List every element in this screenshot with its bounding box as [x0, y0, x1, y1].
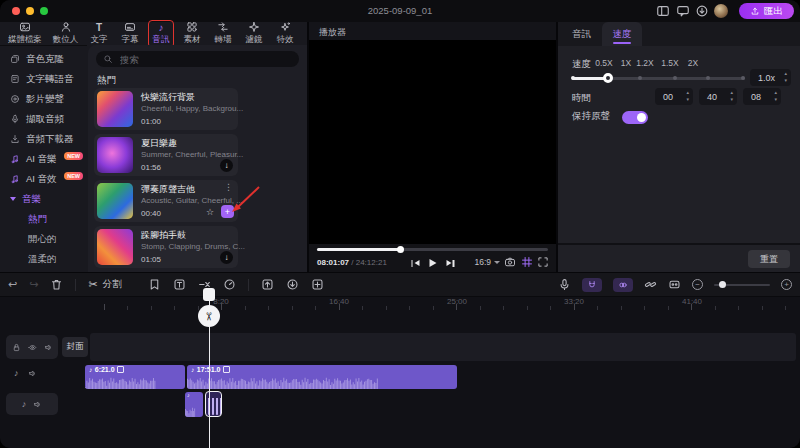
audio-clip[interactable]: ♪6:21.0 — [85, 365, 185, 389]
progress-handle[interactable] — [397, 246, 404, 253]
tab-effects[interactable]: 特效 — [274, 22, 296, 46]
search-input[interactable] — [118, 53, 272, 66]
sidebar-item-gentle[interactable]: 溫柔的 — [0, 249, 87, 269]
time-seconds-stepper[interactable]: 40 ▴▾ — [699, 88, 737, 105]
import-icon[interactable] — [286, 278, 299, 291]
time-minutes-stepper[interactable]: 00 ▴▾ — [655, 88, 693, 105]
download-status-icon[interactable] — [695, 4, 709, 18]
marker-icon[interactable] — [148, 278, 161, 291]
music-card[interactable]: 彈奏原聲吉他 Acoustic, Guitar, Cheerful, ... 0… — [94, 180, 238, 222]
add-text-icon[interactable] — [173, 278, 186, 291]
eye-icon[interactable] — [28, 343, 37, 352]
music-card[interactable]: 跺腳拍手鼓 Stomp, Clapping, Drums, C... 01:05… — [94, 226, 238, 268]
sidebar-item-voice-changer[interactable]: 影片變聲 — [0, 89, 87, 109]
speed-slider-handle[interactable] — [603, 73, 613, 83]
tab-subtitle[interactable]: 字幕 — [119, 22, 141, 46]
layout-icon[interactable] — [656, 4, 670, 18]
time-frames-stepper[interactable]: 08 ▴▾ — [743, 88, 781, 105]
sidebar-item-voice-clone[interactable]: 音色克隆 — [0, 49, 87, 69]
download-button[interactable]: ↓ — [220, 251, 233, 264]
speed-mark[interactable]: 1X — [621, 58, 631, 68]
speed-mark[interactable]: 0.5X — [595, 58, 613, 68]
tab-digital-human[interactable]: 數位人 — [52, 22, 79, 46]
lock-icon[interactable] — [12, 343, 21, 352]
sidebar-item-happy[interactable]: 開心的 — [0, 229, 87, 249]
sidebar-item-extract-audio[interactable]: 擷取音頻 — [0, 109, 87, 129]
video-viewport[interactable] — [309, 40, 556, 244]
download-button[interactable]: ↓ — [220, 159, 233, 172]
delete-icon[interactable] — [50, 278, 63, 291]
more-options-icon[interactable]: ⋮ — [224, 182, 233, 192]
export-button[interactable]: 匯出 — [739, 3, 794, 19]
stepper-arrows[interactable]: ▴▾ — [784, 70, 787, 84]
add-track-icon[interactable] — [311, 278, 324, 291]
next-frame-button[interactable] — [446, 260, 454, 267]
tab-elements[interactable]: 素材 — [181, 22, 203, 46]
sidebar-item-text-to-speech[interactable]: 文字轉語音 — [0, 69, 87, 89]
previous-frame-button[interactable] — [411, 260, 419, 267]
aspect-ratio-dropdown[interactable]: 16:9 — [474, 257, 500, 267]
audio-clip[interactable]: ♪17:51.0 — [187, 365, 457, 389]
keyframe-icon[interactable] — [668, 278, 681, 291]
tab-media[interactable]: 媒體檔案 — [7, 22, 43, 46]
sound-effect-clip[interactable]: ♪ — [185, 392, 203, 417]
stepper-arrows[interactable]: ▴▾ — [730, 89, 733, 103]
speed-mark[interactable]: 1.2X — [636, 58, 654, 68]
sidebar-item-hot[interactable]: 熱門 — [0, 209, 87, 229]
sidebar-item-ai-sfx[interactable]: AI 音效 NEW — [0, 169, 87, 189]
speed-mark[interactable]: 2X — [688, 58, 698, 68]
safe-zone-grid-icon[interactable] — [521, 256, 533, 268]
fullscreen-icon[interactable] — [537, 256, 549, 268]
reset-button[interactable]: 重置 — [748, 250, 790, 268]
zoom-out-button[interactable]: − — [692, 279, 703, 290]
transition-icon — [217, 21, 229, 33]
zoom-slider-handle[interactable] — [719, 281, 726, 288]
tab-transition[interactable]: 轉場 — [212, 22, 234, 46]
avatar[interactable] — [714, 4, 728, 18]
cover-button[interactable]: 封面 — [62, 337, 88, 357]
sidebar-item-audio-downloader[interactable]: 音頻下載器 — [0, 129, 87, 149]
add-to-timeline-button[interactable]: + — [221, 205, 234, 218]
auto-ripple-toggle-button[interactable] — [613, 278, 633, 292]
music-card[interactable]: 快樂流行背景 Cheerful, Happy, Backgrou... 01:0… — [94, 88, 238, 130]
tab-filter[interactable]: 濾鏡 — [243, 22, 265, 46]
sidebar-item-ai-music[interactable]: AI 音樂 NEW — [0, 149, 87, 169]
speed-value-stepper[interactable]: 1.0x ▴▾ — [750, 69, 791, 86]
tab-audio[interactable]: ♪ 音訊 — [150, 22, 172, 46]
tab-speed[interactable]: 速度 — [602, 22, 642, 46]
tab-audio-properties[interactable]: 音訊 — [572, 28, 591, 41]
link-clips-icon[interactable] — [644, 278, 657, 291]
sidebar-label: AI 音效 — [26, 173, 57, 186]
split-label[interactable]: 分割 — [103, 278, 122, 291]
snap-toggle-button[interactable] — [582, 278, 602, 292]
stepper-arrows[interactable]: ▴▾ — [686, 89, 689, 103]
tab-text[interactable]: T 文字 — [88, 22, 110, 46]
timeline-zoom-slider[interactable] — [714, 284, 770, 286]
speaker-icon[interactable] — [28, 369, 37, 378]
redo-icon[interactable]: ↪ — [29, 278, 38, 291]
sidebar-item-music-group[interactable]: 音樂 — [0, 189, 87, 209]
snapshot-icon[interactable] — [504, 256, 516, 268]
keep-pitch-toggle[interactable] — [622, 111, 648, 124]
speaker-icon[interactable] — [44, 343, 53, 352]
split-icon[interactable]: ✂ — [88, 278, 97, 291]
new-badge: NEW — [64, 172, 83, 180]
playback-progress-bar[interactable] — [317, 248, 548, 251]
play-button[interactable] — [429, 259, 436, 267]
split-cursor-badge[interactable]: ✂ — [198, 305, 220, 327]
playhead-handle[interactable] — [203, 288, 215, 301]
stepper-arrows[interactable]: ▴▾ — [774, 89, 777, 103]
zoom-in-button[interactable]: + — [781, 279, 792, 290]
speed-icon[interactable] — [223, 278, 236, 291]
record-voiceover-icon[interactable] — [558, 278, 571, 291]
feedback-icon[interactable] — [676, 4, 690, 18]
render-preview-icon[interactable] — [261, 278, 274, 291]
speaker-icon[interactable] — [33, 400, 42, 409]
undo-icon[interactable]: ↩ — [8, 278, 17, 291]
timeline-ruler[interactable]: 8:20 16:40 25:00 33:20 41:40 — [0, 296, 800, 310]
video-track[interactable] — [90, 333, 796, 361]
speed-slider[interactable] — [572, 77, 745, 80]
favorite-icon[interactable]: ☆ — [206, 207, 214, 217]
music-card[interactable]: 夏日樂趣 Summer, Cheerful, Pleasur... 01:56 … — [94, 134, 238, 176]
speed-mark[interactable]: 1.5X — [661, 58, 679, 68]
